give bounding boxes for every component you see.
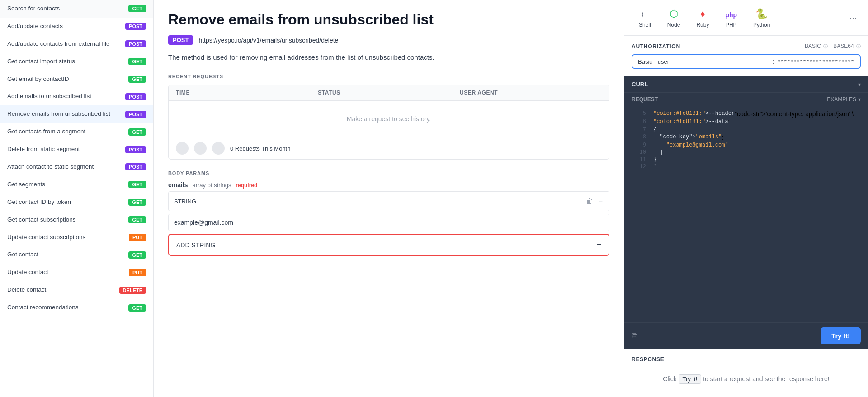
sidebar-item[interactable]: Add/update contacts POST	[0, 18, 153, 35]
code-footer: ⧉ Try It!	[624, 322, 868, 349]
collapse-string-button[interactable]: −	[598, 196, 604, 206]
sidebar-item[interactable]: Get email by contactID GET	[0, 71, 153, 88]
sidebar-item-badge: POST	[125, 23, 146, 30]
param-required: required	[236, 182, 257, 189]
sidebar-item[interactable]: Get contact GET	[0, 246, 153, 264]
plus-icon: +	[596, 240, 601, 250]
code-subheader: REQUEST EXAMPLES ▾	[624, 93, 868, 106]
sidebar-item-label: Get contact ID by token	[7, 198, 128, 207]
sidebar-item[interactable]: Update contact subscriptions PUT	[0, 229, 153, 246]
sidebar-item-badge: POST	[125, 93, 146, 100]
add-string-button[interactable]: ADD STRING +	[168, 234, 609, 256]
lang-tab-node[interactable]: ⬡ Node	[660, 4, 688, 32]
response-hint: Click Try It! to start a request and see…	[632, 368, 861, 390]
sidebar-item[interactable]: Add/update contacts from external file P…	[0, 35, 153, 53]
copy-button[interactable]: ⧉	[632, 331, 637, 340]
try-it-button[interactable]: Try It!	[821, 327, 861, 344]
try-it-link[interactable]: Try It!	[679, 374, 702, 384]
sidebar-item[interactable]: Get contacts from a segment GET	[0, 123, 153, 141]
auth-password[interactable]: ************************	[778, 58, 854, 65]
sidebar-item[interactable]: Search for contacts GET	[0, 0, 153, 18]
sidebar-item-label: Delete from static segment	[7, 145, 125, 154]
auth-title-row: AUTHORIZATION BASIC ⓘ BASE64 ⓘ	[632, 43, 861, 50]
sidebar-item[interactable]: Delete from static segment POST	[0, 141, 153, 158]
sidebar-item-badge: GET	[128, 304, 146, 312]
sidebar-item-badge: GET	[128, 5, 146, 12]
sidebar-item[interactable]: Attach contact to static segment POST	[0, 158, 153, 176]
add-string-label: ADD STRING	[176, 241, 215, 249]
response-hint-suffix: to start a request and see the response …	[701, 375, 829, 383]
sidebar-item[interactable]: Update contact PUT	[0, 264, 153, 281]
sidebar-item-label: Get email by contactID	[7, 75, 128, 84]
sidebar-item[interactable]: Get segments GET	[0, 176, 153, 194]
line-number: 9	[632, 142, 646, 148]
code-title: CURL	[632, 81, 648, 88]
shell-icon: ⟩_	[640, 7, 650, 20]
sidebar-item[interactable]: Contact recommendations GET	[0, 299, 153, 317]
sidebar-item-badge: GET	[128, 181, 146, 188]
requests-empty: Make a request to see history.	[169, 101, 609, 137]
email-input[interactable]	[169, 214, 609, 231]
sidebar-item[interactable]: Add emails to unsubscribed list POST	[0, 88, 153, 105]
method-badge: POST	[168, 35, 193, 45]
php-label: PHP	[726, 22, 737, 28]
sidebar-item-label: Get contacts from a segment	[7, 128, 128, 136]
sidebar-item-badge: GET	[128, 216, 146, 223]
auth-username[interactable]: user	[658, 58, 769, 65]
ruby-icon: ♦	[700, 7, 705, 20]
sidebar: Search for contacts GET Add/update conta…	[0, 0, 154, 397]
sidebar-item-label: Search for contacts	[7, 5, 128, 13]
code-line: 9 "example@gmail.com"	[624, 142, 868, 149]
auth-options: BASIC ⓘ BASE64 ⓘ	[805, 43, 861, 50]
requests-header: TIME STATUS USER AGENT	[169, 85, 609, 101]
code-line: 11 }	[624, 156, 868, 163]
basic-info-icon: ⓘ	[823, 44, 828, 49]
basic-auth-option[interactable]: BASIC ⓘ	[805, 43, 828, 50]
sidebar-item-label: Update contact subscriptions	[7, 233, 129, 242]
code-header: CURL ▾	[624, 76, 868, 93]
sidebar-item[interactable]: Delete contact DELETE	[0, 281, 153, 299]
sidebar-item[interactable]: Get contact ID by token GET	[0, 194, 153, 211]
chevron-down-icon: ▾	[858, 96, 861, 103]
lang-tabs: ⟩_ Shell ⬡ Node ♦ Ruby php PHP 🐍 Python …	[624, 0, 868, 36]
line-code: {	[653, 127, 656, 133]
sidebar-item[interactable]: Get contact import status GET	[0, 53, 153, 71]
code-body: 5 "color:#fc8181;">--header "code-str">'…	[624, 106, 868, 322]
lang-tab-python[interactable]: 🐍 Python	[746, 4, 777, 32]
delete-string-button[interactable]: 🗑	[585, 196, 594, 206]
base64-auth-option[interactable]: BASE64 ⓘ	[833, 43, 861, 50]
examples-button[interactable]: EXAMPLES ▾	[827, 96, 861, 103]
sidebar-item-badge: GET	[128, 128, 146, 136]
sidebar-item-badge: GET	[128, 251, 146, 259]
auth-separator: :	[773, 58, 774, 65]
requests-footer: 0 Requests This Month	[169, 137, 609, 159]
param-name: emails	[168, 181, 188, 189]
code-line: 5 "color:#fc8181;">--header "code-str">'…	[624, 110, 868, 118]
sidebar-item-badge: GET	[128, 198, 146, 206]
more-langs-button[interactable]: ⋯	[845, 11, 861, 24]
description: The method is used for removing email ad…	[168, 52, 609, 63]
avatar	[212, 142, 225, 155]
sidebar-item-badge: GET	[128, 58, 146, 65]
line-code: ]	[653, 149, 663, 156]
line-number: 11	[632, 156, 646, 163]
sidebar-item-badge: POST	[125, 40, 146, 47]
lang-tab-shell[interactable]: ⟩_ Shell	[632, 4, 658, 32]
code-line: 8 "code-key">"emails": [	[624, 133, 868, 142]
ruby-label: Ruby	[696, 22, 709, 28]
line-code: "example@gmail.com"	[653, 142, 728, 148]
sidebar-item[interactable]: Remove emails from unsubscribed list POS…	[0, 105, 153, 123]
lang-tab-php[interactable]: php PHP	[718, 4, 744, 32]
page-title: Remove emails from unsubscribed list	[168, 11, 609, 28]
lang-tab-ruby[interactable]: ♦ Ruby	[689, 4, 716, 32]
endpoint-row: POST https://yespo.io/api/v1/emails/unsu…	[168, 35, 609, 45]
sidebar-item-label: Get contact import status	[7, 57, 128, 66]
sidebar-item-badge: POST	[125, 146, 146, 153]
avatar	[176, 142, 189, 155]
sidebar-item-label: Update contact	[7, 268, 129, 277]
sidebar-item[interactable]: Get contact subscriptions GET	[0, 211, 153, 229]
param-type: array of strings	[192, 182, 231, 189]
php-icon: php	[725, 7, 737, 20]
auth-section: AUTHORIZATION BASIC ⓘ BASE64 ⓘ Basic use…	[624, 36, 868, 76]
curl-dropdown[interactable]: ▾	[858, 81, 861, 88]
